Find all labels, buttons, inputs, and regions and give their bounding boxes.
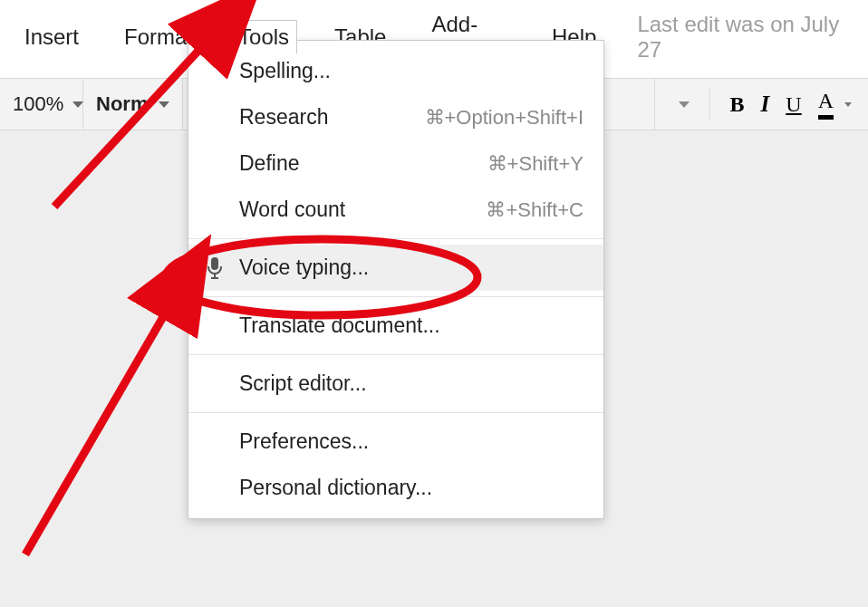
microphone-icon <box>203 256 227 280</box>
menu-item-label: Translate document... <box>239 313 440 338</box>
menu-item-label: Voice typing... <box>239 255 369 280</box>
menu-item-label: Define <box>239 151 299 176</box>
menu-item-preferences[interactable]: Preferences... <box>188 419 603 465</box>
text-color-button[interactable]: A <box>818 89 834 120</box>
menu-item-translate[interactable]: Translate document... <box>188 303 603 349</box>
menu-item-label: Research <box>239 105 328 130</box>
menu-item-label: Word count <box>239 198 345 222</box>
divider <box>709 88 710 120</box>
menu-item-shortcut: ⌘+Shift+Y <box>487 152 583 176</box>
paragraph-style-value: Norm <box>96 92 148 116</box>
menu-item-word-count[interactable]: Word count ⌘+Shift+C <box>188 187 603 233</box>
menu-item-label: Preferences... <box>239 429 369 454</box>
menu-item-label: Script editor... <box>239 371 367 396</box>
chevron-down-icon[interactable] <box>844 102 852 107</box>
menu-item-define[interactable]: Define ⌘+Shift+Y <box>188 140 603 187</box>
menu-item-research[interactable]: Research ⌘+Option+Shift+I <box>188 94 603 140</box>
bold-button[interactable]: B <box>730 92 745 117</box>
format-buttons: B I U A <box>654 79 868 130</box>
divider <box>188 238 603 239</box>
menu-tools[interactable]: Tools <box>230 20 297 54</box>
chevron-down-icon <box>159 101 169 108</box>
divider <box>188 296 603 297</box>
menu-item-spelling[interactable]: Spelling... <box>188 48 603 94</box>
chevron-down-icon <box>72 101 83 108</box>
menu-item-shortcut: ⌘+Option+Shift+I <box>425 106 584 130</box>
last-edit-status: Last edit was on July 27 <box>637 12 852 63</box>
zoom-value: 100% <box>13 92 63 116</box>
menu-item-shortcut: ⌘+Shift+C <box>486 198 583 222</box>
menu-insert[interactable]: Insert <box>16 20 87 54</box>
menu-item-label: Spelling... <box>239 59 331 83</box>
svg-rect-0 <box>211 257 218 270</box>
menu-item-personal-dictionary[interactable]: Personal dictionary... <box>188 465 603 511</box>
menu-item-label: Personal dictionary... <box>239 476 432 500</box>
tools-dropdown: Spelling... Research ⌘+Option+Shift+I De… <box>188 40 604 519</box>
menu-item-voice-typing[interactable]: Voice typing... <box>188 245 603 291</box>
underline-button[interactable]: U <box>786 92 801 117</box>
divider <box>188 412 603 413</box>
zoom-select[interactable]: 100% <box>0 79 83 130</box>
divider <box>188 354 603 355</box>
menu-item-script-editor[interactable]: Script editor... <box>188 361 603 407</box>
italic-button[interactable]: I <box>761 92 770 117</box>
paragraph-style-select[interactable]: Norm <box>83 79 183 130</box>
chevron-down-icon[interactable] <box>679 101 690 108</box>
